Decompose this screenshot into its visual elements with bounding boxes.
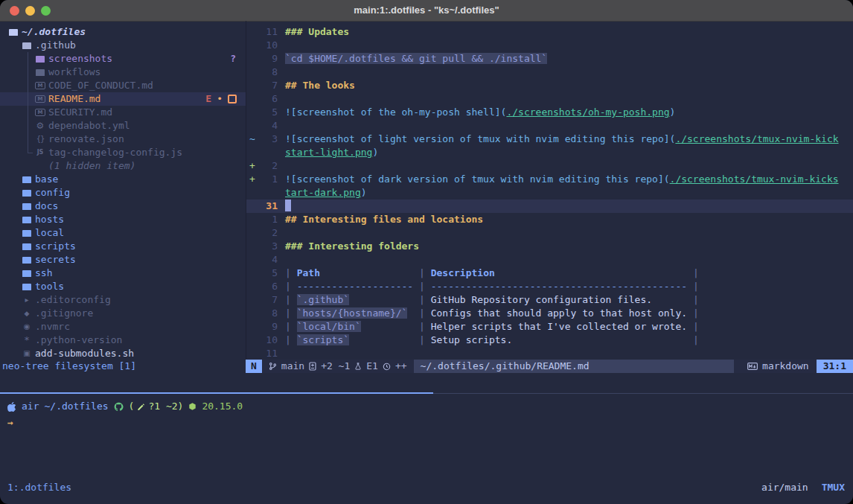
tree-item-hosts[interactable]: hosts <box>0 213 246 226</box>
gutter-sign <box>246 320 258 334</box>
editor-line[interactable]: tart-dark.png) <box>246 186 853 200</box>
editor-line[interactable]: 2 <box>246 226 853 240</box>
editor-line[interactable]: ~3![screenshot of light version of tmux … <box>246 133 853 146</box>
editor-line[interactable]: 3### Interesting folders <box>246 240 853 253</box>
editor-line[interactable]: 9`cd $HOME/.dotfiles && git pull && ./in… <box>246 52 853 66</box>
gutter-sign <box>246 267 258 280</box>
editor-line[interactable]: 10 <box>246 39 853 52</box>
tmux-badge: TMUX <box>822 481 845 494</box>
apple-icon <box>7 401 16 412</box>
line-number: 10 <box>258 39 278 52</box>
tree-item-scripts[interactable]: scripts <box>0 240 246 253</box>
markdown-icon <box>747 363 758 370</box>
tree-item-label: .github <box>35 39 76 52</box>
editor-line[interactable]: 9| `local/bin` | Helper scripts that I'v… <box>246 320 853 334</box>
line-number: 2 <box>258 226 278 240</box>
tree-item-secrets[interactable]: secrets <box>0 253 246 267</box>
title-bar: main:1:.dotfiles - "ks~/.dotfiles" <box>0 0 853 22</box>
tree-item-base[interactable]: base <box>0 173 246 186</box>
tree-item-.github[interactable]: .github <box>0 39 246 52</box>
tmux-window-label[interactable]: 1:.dotfiles <box>0 481 71 494</box>
syntax-img: ) <box>372 147 378 158</box>
editor-line[interactable]: 5| Path | Description | <box>246 267 853 280</box>
editor-line[interactable]: 5![screenshot of the oh-my-posh shell](.… <box>246 106 853 119</box>
line-number: 7 <box>258 79 278 92</box>
syntax-pipe: | <box>285 307 297 319</box>
tree-item-workflows[interactable]: workflows <box>0 66 246 79</box>
editor-line[interactable]: 4 <box>246 119 853 133</box>
gutter-sign <box>246 39 258 52</box>
window-title: main:1:.dotfiles - "ks~/.dotfiles" <box>0 4 853 17</box>
line-text: tart-dark.png) <box>278 186 367 200</box>
markdown-file-icon <box>34 109 46 116</box>
gutter-sign <box>246 280 258 293</box>
editor-line[interactable]: 4 <box>246 253 853 267</box>
tree-item--1-hidden-item-[interactable]: (1 hidden item) <box>0 159 246 173</box>
tree-item-config[interactable]: config <box>0 186 246 200</box>
editor-line[interactable]: 8 <box>246 66 853 79</box>
editor-line[interactable]: 11### Updates <box>246 25 853 39</box>
syntax-img: ![screenshot of the oh-my-posh shell]( <box>285 106 506 118</box>
tree-item-code-of-conduct.md[interactable]: CODE_OF_CONDUCT.md <box>0 79 246 92</box>
folder-icon <box>34 56 46 63</box>
syntax-link: ./screenshots/oh-my-posh.png <box>506 106 669 118</box>
folder-icon <box>34 69 46 76</box>
tree-item--.dotfiles[interactable]: ~/.dotfiles <box>0 25 246 39</box>
tree-item-readme.md[interactable]: README.mdE• <box>0 92 246 106</box>
line-number: 9 <box>258 320 278 334</box>
shell-prompt[interactable]: air ~/.dotfiles ( ?1 ~2) 20.15.0 <box>7 400 243 413</box>
tree-item-.nvmrc[interactable]: .nvmrc <box>0 320 246 334</box>
syntax-code: `hosts/{hostname}/` <box>297 307 408 319</box>
editor-line[interactable]: +1![screenshot of dark version of tmux w… <box>246 173 853 186</box>
tree-item-local[interactable]: local <box>0 226 246 240</box>
editor-line[interactable]: 7## The looks <box>246 79 853 92</box>
editor-line[interactable]: +2 <box>246 159 853 173</box>
neo-tree-sidebar[interactable]: ~/.dotfiles.githubscreenshots?workflowsC… <box>0 21 246 360</box>
syntax-code: `cd $HOME/.dotfiles && git pull && ./ins… <box>285 53 547 64</box>
tree-item-ssh[interactable]: ssh <box>0 267 246 280</box>
clock-icon <box>383 363 391 371</box>
syntax-sp <box>349 294 419 305</box>
tree-item-.editorconfig[interactable]: .editorconfig <box>0 293 246 307</box>
editor-line[interactable]: 11 <box>246 347 853 360</box>
folder-icon <box>21 217 33 223</box>
editor-cursor-line[interactable]: 31 <box>246 200 853 213</box>
editor-buffer[interactable]: 11### Updates 10 9`cd $HOME/.dotfiles &&… <box>246 21 853 360</box>
gutter-sign <box>246 146 258 159</box>
line-number: 10 <box>258 334 278 347</box>
tree-item-screenshots[interactable]: screenshots? <box>0 52 246 66</box>
syntax-pipe: | <box>693 334 699 345</box>
line-text <box>278 39 285 52</box>
syntax-h2: ## Interesting files and locations <box>285 214 483 225</box>
tree-item-tag-changelog-config.js[interactable]: tag-changelog-config.js <box>0 146 246 159</box>
line-number: 11 <box>258 347 278 360</box>
git-status-segment: ( ?1 ~2) <box>129 400 184 413</box>
syntax-pipe: | <box>285 267 297 278</box>
tree-item-security.md[interactable]: SECURITY.md <box>0 106 246 119</box>
editor-line[interactable]: 8| `hosts/{hostname}/` | Configs that sh… <box>246 307 853 320</box>
diagnostic-error-marker: E <box>205 92 211 106</box>
editor-line[interactable]: 7| `.github` | GitHub Repository configu… <box>246 293 853 307</box>
tree-item-.python-version[interactable]: .python-version <box>0 334 246 347</box>
js-icon <box>34 146 46 159</box>
syntax-pipe: | <box>419 281 431 292</box>
gutter-sign <box>246 200 258 213</box>
editor-line[interactable]: 6| -------------------- | --------------… <box>246 280 853 293</box>
editor-line[interactable]: 6 <box>246 92 853 106</box>
tree-item-renovate.json[interactable]: renovate.json <box>0 133 246 146</box>
tree-item-tools[interactable]: tools <box>0 280 246 293</box>
indent-guide <box>28 52 28 153</box>
tree-item-.gitignore[interactable]: .gitignore <box>0 307 246 320</box>
syntax-plain: GitHub Repository configuration files. <box>431 294 652 305</box>
editor-line[interactable]: 1## Interesting files and locations <box>246 213 853 226</box>
tree-item-add-submodules.sh[interactable]: add-submodules.sh <box>0 347 246 360</box>
line-number: 4 <box>258 119 278 133</box>
editor-line[interactable]: 10| `scripts` | Setup scripts. | <box>246 334 853 347</box>
tree-item-dependabot.yml[interactable]: dependabot.yml <box>0 119 246 133</box>
line-number: 1 <box>258 213 278 226</box>
prompt-arrow[interactable]: → <box>7 416 13 430</box>
editor-line[interactable]: start-light.png) <box>246 146 853 159</box>
git-status-open: ( <box>129 400 135 413</box>
line-number: 6 <box>258 92 278 106</box>
tree-item-docs[interactable]: docs <box>0 200 246 213</box>
